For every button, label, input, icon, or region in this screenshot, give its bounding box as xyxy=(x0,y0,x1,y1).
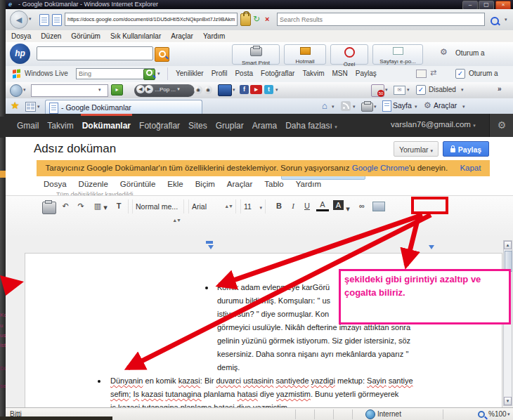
media-dropdown-icon[interactable]: ▾ xyxy=(177,86,180,91)
media-player-pill[interactable]: ◀▶ ...Pop ... ▾ xyxy=(134,84,195,97)
tv-icon[interactable] xyxy=(218,84,232,96)
volume-down-icon[interactable]: ◉ xyxy=(194,86,202,94)
social-dropdown-icon[interactable]: ▾ xyxy=(275,87,278,93)
search-dropdown-icon[interactable]: ▾ xyxy=(505,17,507,22)
home-icon[interactable]: ⌂ xyxy=(322,100,327,111)
hotmail-button[interactable]: Hotmail xyxy=(284,44,326,65)
zoom-level-label[interactable]: %100 xyxy=(488,410,507,418)
hp-search-input[interactable] xyxy=(37,46,153,60)
style-select[interactable]: Normal me...▲▼ xyxy=(132,199,184,214)
zoom-magnifier-icon[interactable] xyxy=(478,411,485,419)
scroll-up-icon[interactable]: ▲ xyxy=(504,241,512,249)
gbar-settings-gear-icon[interactable]: ⚙ xyxy=(489,114,513,137)
page-doc-icon[interactable] xyxy=(52,14,62,26)
docs-menu-bicim[interactable]: Biçim xyxy=(195,180,215,188)
menu-araclar[interactable]: Araçlar xyxy=(171,32,193,40)
page-dropdown-icon[interactable]: ▾ xyxy=(415,104,417,110)
menu-dosya[interactable]: Dosya xyxy=(11,32,31,40)
youtube-icon[interactable]: ▸ xyxy=(250,85,262,94)
page-menu-label[interactable]: Sayfa xyxy=(393,101,412,110)
font-select[interactable]: Arial▲▼ xyxy=(188,199,236,214)
facebook-icon[interactable]: f xyxy=(240,85,249,94)
back-dropdown-icon[interactable]: ▾ xyxy=(29,16,32,22)
disabled-dropdown-icon[interactable]: ▾ xyxy=(461,87,464,93)
play-icon[interactable]: ▶ xyxy=(145,85,153,93)
highlight-color-icon[interactable]: A xyxy=(333,200,344,210)
checkbox-icon[interactable]: ✓ xyxy=(455,69,465,79)
paint-format-dropdown-icon[interactable]: ▾ xyxy=(103,202,108,213)
favorites-doc-icon[interactable] xyxy=(39,14,49,26)
deals-dropdown-icon[interactable]: ▾ xyxy=(385,87,388,93)
ozel-button[interactable]: Özel xyxy=(330,44,368,65)
text-color-icon[interactable]: A xyxy=(316,200,329,211)
gbar-fotograflar[interactable]: Fotoğraflar xyxy=(139,121,180,131)
left-indent-marker[interactable] xyxy=(208,245,214,249)
live-link-paylas[interactable]: Paylaş xyxy=(356,70,377,77)
stop-icon[interactable]: × xyxy=(265,15,269,23)
globe-gear-icon[interactable] xyxy=(10,84,22,97)
docs-menu-yardim[interactable]: Yardım xyxy=(296,180,321,188)
zoom-dropdown-icon[interactable]: ▾ xyxy=(507,412,510,417)
tools-dropdown-icon[interactable]: ▾ xyxy=(462,104,465,110)
hp-session-label[interactable]: Oturum a xyxy=(455,49,485,57)
font-size-select[interactable]: 11▾ xyxy=(240,199,266,214)
window-icon[interactable] xyxy=(416,70,427,78)
docs-menu-duzenle[interactable]: Düzenle xyxy=(79,180,108,188)
addon-combo-box[interactable] xyxy=(31,84,108,97)
banner-close-link[interactable]: Kapat xyxy=(460,164,481,172)
docs-menu-goruntule[interactable]: Görüntüle xyxy=(120,180,156,188)
print-icon[interactable] xyxy=(42,202,56,214)
first-line-indent-marker[interactable] xyxy=(206,241,213,244)
live-link-posta[interactable]: Posta xyxy=(235,70,253,77)
refresh-icon[interactable]: ↻ xyxy=(253,14,260,24)
insert-image-icon[interactable] xyxy=(372,202,385,211)
smart-print-button[interactable]: Smart Print xyxy=(232,44,280,65)
toolbar-overflow-chevron[interactable]: » xyxy=(498,85,502,93)
gbar-dokumanlar[interactable]: Dokümanlar xyxy=(82,121,131,131)
mail-dropdown-icon[interactable]: ▾ xyxy=(407,87,410,93)
combo-dropdown-icon[interactable]: ▾ xyxy=(98,87,101,93)
search-magnifier-icon[interactable] xyxy=(491,15,499,28)
gbar-takvim[interactable]: Takvim xyxy=(47,121,73,131)
menu-gorunum[interactable]: Görünüm xyxy=(71,32,100,40)
disabled-label[interactable]: Disabled xyxy=(429,86,456,93)
right-indent-marker[interactable] xyxy=(429,245,434,249)
gbar-arama[interactable]: Arama xyxy=(252,121,277,131)
prev-track-icon[interactable]: ◀ xyxy=(136,85,145,93)
search-input[interactable] xyxy=(277,13,485,26)
deals-icon[interactable]: 50 xyxy=(371,84,384,97)
back-button[interactable]: ◀ xyxy=(10,11,28,29)
hp-logo-icon[interactable]: hp xyxy=(10,44,30,64)
mail-icon[interactable]: ✉ xyxy=(394,86,405,95)
bold-icon[interactable]: B xyxy=(273,200,285,211)
menu-yardim[interactable]: Yardım xyxy=(203,32,226,40)
gbar-gmail[interactable]: Gmail xyxy=(17,121,39,131)
tools-menu-label[interactable]: Araçlar xyxy=(434,101,457,110)
print-icon[interactable] xyxy=(361,103,373,112)
account-menu[interactable]: varslan76@gmail.com ▾ xyxy=(391,120,476,129)
live-link-fotograflar[interactable]: Fotoğraflar xyxy=(261,70,294,77)
rss-feed-icon[interactable] xyxy=(341,101,351,111)
document-title[interactable]: Adsız doküman xyxy=(34,142,116,156)
disabled-status-icon[interactable]: ✓ xyxy=(416,85,426,95)
docs-menu-araclar[interactable]: Araçlar xyxy=(227,180,252,188)
underline-icon[interactable]: U xyxy=(301,200,313,211)
docs-menu-tablo[interactable]: Tablo xyxy=(264,180,284,188)
hp-search-button[interactable] xyxy=(155,47,169,62)
highlight-dropdown-icon[interactable]: ▾ xyxy=(345,203,351,214)
tab-list-dropdown-icon[interactable]: ▾ xyxy=(37,104,40,110)
quick-tabs-icon[interactable] xyxy=(25,102,36,112)
wrench-icon[interactable]: ⚙ xyxy=(440,47,448,57)
gbar-gruplar[interactable]: Gruplar xyxy=(216,121,244,131)
live-session-label[interactable]: Oturum a xyxy=(469,70,498,77)
live-link-yenilikler[interactable]: Yenilikler xyxy=(176,70,204,77)
italic-icon[interactable]: I xyxy=(287,200,299,211)
url-input[interactable] xyxy=(65,13,238,26)
go-button[interactable]: ▸ xyxy=(111,84,123,96)
live-link-takvim[interactable]: Takvim xyxy=(302,70,324,77)
twitter-icon[interactable]: t xyxy=(264,85,273,94)
chrome-link[interactable]: Google Chrome xyxy=(352,164,409,172)
home-dropdown-icon[interactable]: ▾ xyxy=(332,104,335,110)
globe-dropdown-icon[interactable]: ▾ xyxy=(23,87,26,93)
clear-format-icon[interactable]: T xyxy=(112,200,125,211)
